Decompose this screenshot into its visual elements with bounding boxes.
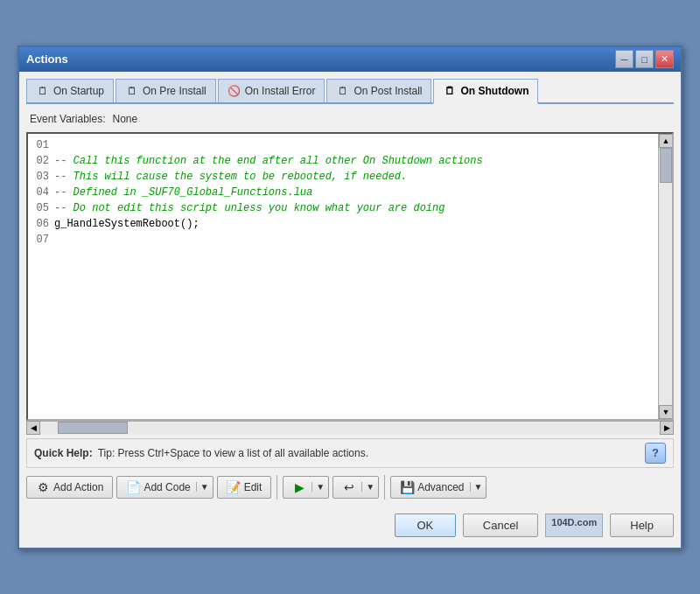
h-scroll-thumb[interactable] (58, 422, 128, 434)
table-row: 04-- Defined in _SUF70_Global_Functions.… (30, 185, 656, 200)
window-title: Actions (26, 52, 68, 66)
shutdown-tab-icon: 🗒 (443, 84, 457, 98)
edit-button[interactable]: 📝 Edit (217, 476, 272, 499)
install-error-tab-icon: 🚫 (228, 84, 242, 98)
pre-install-tab-icon: 🗒 (125, 84, 139, 98)
add-action-icon: ⚙ (36, 480, 50, 494)
code-editor[interactable]: 0102-- Call this function at the end aft… (26, 132, 674, 421)
tab-bar: 🗒 On Startup 🗒 On Pre Install 🚫 On Insta… (26, 79, 674, 104)
line-code: g_HandleSystemReboot(); (54, 216, 200, 232)
line-number: 04 (30, 185, 54, 200)
advanced-label: Advanced (417, 481, 464, 493)
line-number: 06 (30, 216, 54, 232)
table-row: 02-- Call this function at the end after… (30, 153, 656, 169)
edit-icon: 📝 (227, 480, 241, 494)
run-icon: ▶ (292, 480, 306, 494)
scroll-down-button[interactable]: ▼ (659, 405, 673, 419)
post-install-tab-icon: 🗒 (336, 84, 350, 98)
tab-install-error-label: On Install Error (245, 85, 316, 97)
minimize-button[interactable]: ─ (615, 50, 634, 68)
separator-2 (384, 475, 385, 500)
run-button[interactable]: ▶ ▼ (283, 476, 329, 499)
edit-label: Edit (244, 481, 262, 493)
scroll-left-button[interactable]: ◀ (26, 421, 40, 435)
title-bar: Actions ─ □ ✕ (19, 47, 681, 72)
line-number: 05 (30, 200, 54, 216)
advanced-button[interactable]: 💾 Advanced ▼ (390, 476, 486, 499)
code-content[interactable]: 0102-- Call this function at the end aft… (28, 134, 658, 419)
add-code-label: Add Code (144, 481, 190, 493)
tab-on-install-error[interactable]: 🚫 On Install Error (218, 79, 326, 102)
main-window: Actions ─ □ ✕ 🗒 On Startup 🗒 On Pre Inst… (18, 45, 682, 549)
advanced-icon: 💾 (400, 480, 414, 494)
title-controls: ─ □ ✕ (615, 50, 674, 68)
help-button[interactable]: Help (610, 514, 674, 537)
add-code-icon: 📄 (126, 480, 140, 494)
tab-post-install-label: On Post Install (354, 85, 422, 97)
horizontal-scrollbar[interactable]: ◀ ▶ (26, 421, 674, 435)
quick-help-button[interactable]: ? (645, 443, 666, 464)
line-code: -- Call this function at the end after a… (54, 153, 483, 169)
vertical-scrollbar[interactable]: ▲ ▼ (658, 134, 672, 419)
ok-button[interactable]: OK (395, 514, 456, 537)
tab-startup-label: On Startup (53, 85, 104, 97)
bottom-buttons-row: OK Cancel 104D.com Help (26, 508, 674, 541)
action-buttons-row: ⚙ Add Action 📄 Add Code ▼ 📝 Edit ▶ ▼ ↩ ▼ (26, 475, 674, 500)
event-variables-label: Event Variables: (30, 113, 106, 125)
cancel-button[interactable]: Cancel (463, 514, 538, 537)
line-number: 07 (30, 232, 54, 248)
tab-on-pre-install[interactable]: 🗒 On Pre Install (116, 79, 216, 102)
line-number: 03 (30, 169, 54, 185)
line-code: -- Defined in _SUF70_Global_Functions.lu… (54, 185, 312, 200)
quick-help-bar: Quick Help: Tip: Press Ctrl+Space to vie… (26, 438, 674, 468)
advanced-arrow[interactable]: ▼ (470, 482, 483, 492)
event-variables-row: Event Variables: None (26, 111, 674, 127)
undo-icon: ↩ (342, 480, 356, 494)
startup-tab-icon: 🗒 (36, 84, 50, 98)
undo-arrow[interactable]: ▼ (361, 482, 374, 492)
scroll-track (659, 148, 672, 405)
line-number: 02 (30, 153, 54, 169)
add-action-label: Add Action (53, 481, 103, 493)
table-row: 03-- This will cause the system to be re… (30, 169, 656, 185)
window-body: 🗒 On Startup 🗒 On Pre Install 🚫 On Insta… (19, 72, 681, 548)
table-row: 01 (30, 137, 656, 153)
add-code-button[interactable]: 📄 Add Code ▼ (116, 476, 213, 499)
line-code: -- Do not edit this script unless you kn… (54, 200, 444, 216)
scroll-thumb[interactable] (660, 148, 672, 183)
table-row: 06g_HandleSystemReboot(); (30, 216, 656, 232)
line-number: 01 (30, 137, 54, 153)
line-code: -- This will cause the system to be rebo… (54, 169, 407, 185)
separator-1 (276, 475, 277, 500)
tab-shutdown-label: On Shutdown (460, 85, 528, 97)
watermark: 104D.com (545, 514, 603, 537)
event-variables-value: None (113, 113, 138, 125)
add-code-arrow[interactable]: ▼ (196, 482, 209, 492)
tab-on-startup[interactable]: 🗒 On Startup (26, 79, 114, 102)
close-button[interactable]: ✕ (655, 50, 674, 68)
quick-help-label: Quick Help: (34, 447, 93, 459)
maximize-button[interactable]: □ (635, 50, 654, 68)
scroll-up-button[interactable]: ▲ (659, 134, 673, 148)
table-row: 05-- Do not edit this script unless you … (30, 200, 656, 216)
add-action-button[interactable]: ⚙ Add Action (26, 476, 113, 499)
run-arrow[interactable]: ▼ (312, 482, 325, 492)
tab-pre-install-label: On Pre Install (143, 85, 206, 97)
table-row: 07 (30, 232, 656, 248)
tab-on-post-install[interactable]: 🗒 On Post Install (326, 79, 431, 102)
h-scroll-track (40, 422, 660, 435)
undo-button[interactable]: ↩ ▼ (332, 476, 379, 499)
quick-help-text: Tip: Press Ctrl+Space to view a list of … (98, 447, 640, 459)
scroll-right-button[interactable]: ▶ (660, 421, 674, 435)
tab-on-shutdown[interactable]: 🗒 On Shutdown (433, 79, 538, 104)
